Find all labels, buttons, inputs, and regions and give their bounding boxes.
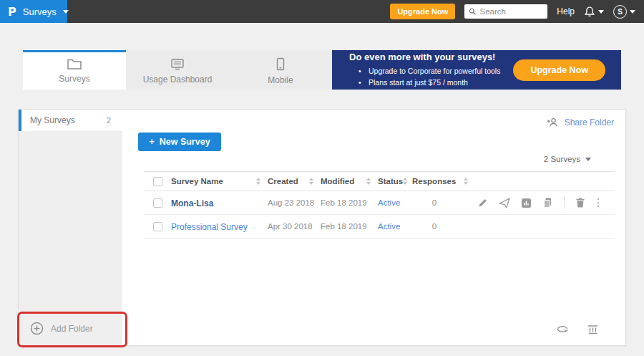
header-status[interactable]: Status xyxy=(378,177,412,186)
top-bar: P Surveys Upgrade Now Help S xyxy=(0,0,644,23)
product-menu[interactable]: P Surveys xyxy=(0,0,67,23)
bell-icon xyxy=(584,6,595,18)
dashboard-icon xyxy=(170,58,185,71)
header-created[interactable]: Created xyxy=(268,177,321,186)
table-header-row: Survey Name Created Modified Status Resp… xyxy=(144,171,615,191)
chevron-down-icon xyxy=(585,158,591,161)
tab-usage-dashboard[interactable]: Usage Dashboard xyxy=(126,50,229,90)
tab-label: Usage Dashboard xyxy=(143,74,213,85)
responses-count: 0 xyxy=(432,198,455,207)
status-link[interactable]: Active xyxy=(378,198,412,207)
row-actions xyxy=(475,196,615,209)
surveys-panel: My Surveys 2 Add Folder Share Folder + N… xyxy=(18,109,626,346)
table-row: Mona-Lisa Aug 23 2018 Feb 18 2019 Active… xyxy=(144,191,615,215)
row-checkbox[interactable] xyxy=(153,222,162,231)
folder-icon xyxy=(67,58,82,70)
recycle-bin-icon[interactable] xyxy=(587,324,598,335)
tab-label: Surveys xyxy=(59,74,89,84)
actions-divider xyxy=(564,196,565,209)
sidebar-item-my-surveys[interactable]: My Surveys 2 xyxy=(19,110,122,131)
sort-icon[interactable] xyxy=(256,178,260,185)
send-plane-icon[interactable] xyxy=(499,198,510,208)
copy-icon[interactable] xyxy=(542,197,553,208)
plus-icon: + xyxy=(149,137,154,147)
chevron-down-icon xyxy=(630,10,635,14)
delete-trash-icon[interactable] xyxy=(575,197,585,208)
new-survey-label: New Survey xyxy=(160,137,210,147)
account-menu[interactable]: S xyxy=(613,5,635,19)
responses-count: 0 xyxy=(432,222,455,231)
topbar-controls: Upgrade Now Help S xyxy=(390,4,644,19)
add-folder-button[interactable]: Add Folder xyxy=(19,312,122,345)
avatar: S xyxy=(613,5,627,19)
header-responses[interactable]: Responses xyxy=(412,177,475,186)
restore-icon[interactable] xyxy=(556,324,569,334)
folder-count-badge: 2 xyxy=(107,116,111,125)
edit-pencil-icon[interactable] xyxy=(477,198,488,208)
sort-icon[interactable] xyxy=(403,178,407,185)
sort-icon[interactable] xyxy=(464,178,468,185)
select-all-checkbox[interactable] xyxy=(153,177,162,186)
survey-name-link[interactable]: Professional Survey xyxy=(171,222,248,232)
brand-logo: P xyxy=(8,5,16,19)
header-modified[interactable]: Modified xyxy=(321,177,378,186)
upsell-banner: Do even more with your surveys! Upgrade … xyxy=(332,50,621,90)
sort-icon[interactable] xyxy=(366,178,371,185)
plus-circle-icon xyxy=(30,322,44,335)
sort-icon[interactable] xyxy=(309,178,313,185)
panel-bottom-icons xyxy=(556,324,598,335)
survey-name-link[interactable]: Mona-Lisa xyxy=(171,198,213,208)
created-date: Aug 23 2018 xyxy=(268,198,321,207)
new-survey-button[interactable]: + New Survey xyxy=(138,133,221,151)
share-person-icon xyxy=(547,117,559,128)
survey-count-dropdown[interactable]: 2 Surveys xyxy=(544,155,591,163)
row-checkbox[interactable] xyxy=(153,198,162,208)
created-date: Apr 30 2018 xyxy=(268,222,321,231)
banner-upgrade-button[interactable]: Upgrade Now xyxy=(513,59,605,81)
help-link[interactable]: Help xyxy=(557,6,575,16)
tab-row: Surveys Usage Dashboard Mobile Do even m… xyxy=(23,50,621,90)
notifications-menu[interactable] xyxy=(584,6,604,18)
product-menu-label: Surveys xyxy=(23,6,57,17)
upgrade-now-button[interactable]: Upgrade Now xyxy=(390,4,455,19)
banner-bullet: Plans start at just $75 / month xyxy=(349,77,500,88)
search-icon xyxy=(469,7,476,16)
surveys-table: Survey Name Created Modified Status Resp… xyxy=(144,171,615,239)
add-folder-label: Add Folder xyxy=(51,324,93,334)
share-folder-link[interactable]: Share Folder xyxy=(547,117,614,128)
folder-sidebar: My Surveys 2 Add Folder xyxy=(19,110,122,345)
modified-date: Feb 18 2019 xyxy=(321,198,378,207)
more-kebab-icon[interactable] xyxy=(596,197,601,209)
share-folder-label: Share Folder xyxy=(565,117,614,128)
search-box[interactable] xyxy=(464,4,547,19)
banner-bullet: Upgrade to Corporate for powerful tools xyxy=(349,65,500,77)
search-input[interactable] xyxy=(480,7,544,16)
banner-title: Do even more with your surveys! xyxy=(349,52,500,62)
header-checkbox-cell xyxy=(144,177,171,186)
mobile-icon xyxy=(275,57,286,72)
header-survey-name[interactable]: Survey Name xyxy=(171,177,268,186)
modified-date: Feb 18 2019 xyxy=(321,222,378,231)
table-row: Professional Survey Apr 30 2018 Feb 18 2… xyxy=(144,215,615,239)
tab-mobile[interactable]: Mobile xyxy=(229,50,332,90)
banner-text: Do even more with your surveys! Upgrade … xyxy=(349,52,500,89)
chevron-down-icon xyxy=(598,10,604,14)
status-link[interactable]: Active xyxy=(378,222,412,231)
survey-count-label: 2 Surveys xyxy=(544,155,580,163)
tab-label: Mobile xyxy=(268,75,293,85)
report-chart-icon[interactable] xyxy=(521,198,532,208)
tab-surveys[interactable]: Surveys xyxy=(23,50,126,90)
folder-label: My Surveys xyxy=(30,115,75,125)
chevron-down-icon xyxy=(63,10,69,14)
